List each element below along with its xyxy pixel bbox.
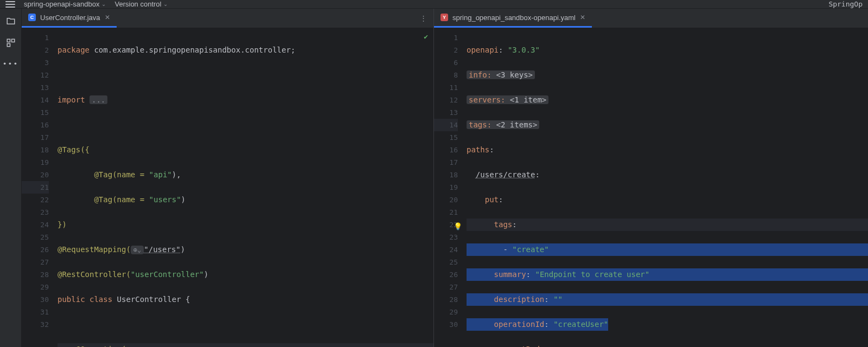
code-token: <1 item> <box>510 95 546 104</box>
code-token: openapi <box>467 46 499 54</box>
line-number: 13 <box>434 106 458 119</box>
fold-placeholder[interactable]: servers: <1 item> <box>467 95 548 104</box>
code-token: "createUser" <box>553 320 608 329</box>
right-editor[interactable]: 1 2 6 8 11 12 13 14 15 16 17 18 19 20 21… <box>434 28 868 347</box>
code-token: @RestController( <box>58 270 131 279</box>
code-token: ), <box>172 170 181 179</box>
line-number: 18 <box>22 144 49 156</box>
line-number: 23 <box>434 231 458 243</box>
tab-actions-icon[interactable]: ⋮ <box>413 9 433 28</box>
code-token: UserController { <box>117 295 190 304</box>
line-number: 19 <box>22 156 49 169</box>
chevron-down-icon: ⌄ <box>101 1 106 7</box>
line-number: 30 <box>434 318 458 331</box>
run-config-name: SpringOp <box>828 0 863 8</box>
right-code-area[interactable]: openapi: "3.0.3" info: <3 keys> servers:… <box>462 28 868 347</box>
code-token: put <box>485 195 499 204</box>
left-tabbar: C UserController.java ✕ ⋮ <box>22 9 433 28</box>
fold-placeholder[interactable]: tags: <2 items> <box>467 120 539 129</box>
chevron-down-icon: ⌄ <box>163 1 168 7</box>
line-number: 1 <box>434 31 458 44</box>
vcs-menu[interactable]: Version control ⌄ <box>114 0 168 8</box>
line-number: 24 <box>22 219 49 231</box>
code-token: "create" <box>512 245 548 254</box>
code-token: description <box>494 295 545 304</box>
main-menu-icon[interactable] <box>5 1 15 8</box>
line-number: 6 <box>434 56 458 69</box>
editor-split: C UserController.java ✕ ⋮ ✔ 1 2 3 12 13 … <box>22 9 868 347</box>
top-toolbar: spring-openapi-sandbox ⌄ Version control… <box>0 0 868 9</box>
code-token: paths <box>467 145 489 154</box>
right-gutter[interactable]: 1 2 6 8 11 12 13 14 15 16 17 18 19 20 21… <box>434 28 462 347</box>
line-number: 20 <box>434 194 458 206</box>
close-icon[interactable]: ✕ <box>105 14 110 21</box>
line-number: 2 <box>434 44 458 56</box>
code-token: tags <box>494 220 513 229</box>
line-number: 25 <box>434 256 458 268</box>
line-number: 30 <box>22 293 49 306</box>
project-selector[interactable]: spring-openapi-sandbox ⌄ <box>24 0 106 8</box>
code-token: ) <box>181 245 185 254</box>
line-number: 28 <box>434 293 458 306</box>
code-token: /users/create <box>476 170 535 179</box>
code-token: "" <box>553 295 563 304</box>
svg-rect-1 <box>11 39 14 42</box>
line-number: 16 <box>22 119 49 131</box>
line-number: 19 <box>434 181 458 194</box>
project-tool-icon[interactable] <box>6 16 16 26</box>
tab-openapi-yaml[interactable]: Y spring_openapi_sandbox-openapi.yaml ✕ <box>434 9 592 28</box>
structure-tool-icon[interactable] <box>6 38 16 48</box>
line-number: 26 <box>434 268 458 281</box>
left-code-area[interactable]: package com.example.springopenapisandbox… <box>53 28 433 347</box>
code-token: @Tags({ <box>58 145 90 154</box>
line-number: 22 <box>22 194 49 206</box>
line-number: 25 <box>22 231 49 243</box>
right-tabbar: Y spring_openapi_sandbox-openapi.yaml ✕ <box>434 9 868 28</box>
line-number: 13 <box>22 81 49 94</box>
fold-placeholder[interactable]: ... <box>90 95 107 104</box>
svg-rect-0 <box>7 39 10 42</box>
code-token: ) <box>181 195 186 204</box>
code-token: tags: <box>469 120 496 129</box>
line-number: 29 <box>434 306 458 318</box>
line-number: 23 <box>22 206 49 219</box>
vcs-label: Version control <box>114 0 161 8</box>
line-number: 24 <box>434 243 458 256</box>
line-number: 31 <box>22 306 49 318</box>
code-token: summary <box>494 270 526 279</box>
more-tool-icon[interactable]: ••• <box>3 60 18 68</box>
line-number: 32 <box>22 318 49 331</box>
java-file-icon: C <box>28 14 36 21</box>
line-number: 1 <box>22 31 49 44</box>
yaml-file-icon: Y <box>441 14 448 21</box>
code-token: @RequestMapping( <box>58 245 131 254</box>
left-gutter[interactable]: 1 2 3 12 13 14 15 16 17 18 19 20 21 22 2… <box>22 28 53 347</box>
code-token: operationId <box>494 320 545 329</box>
left-editor-pane: C UserController.java ✕ ⋮ ✔ 1 2 3 12 13 … <box>22 9 434 347</box>
fold-placeholder[interactable]: info: <3 keys> <box>467 70 535 79</box>
close-icon[interactable]: ✕ <box>580 14 585 21</box>
line-number: 8 <box>434 69 458 81</box>
intention-bulb-icon[interactable]: 💡 <box>454 220 462 233</box>
code-token: <2 items> <box>496 120 538 129</box>
line-number: 12 <box>22 69 49 81</box>
line-number: 3 <box>22 56 49 69</box>
line-number: 2 <box>22 44 49 56</box>
code-token: requestBody <box>494 345 545 347</box>
svg-rect-2 <box>7 44 10 47</box>
code-token: @Operation( <box>76 345 126 347</box>
left-editor[interactable]: ✔ 1 2 3 12 13 14 15 16 17 18 19 20 21 22 <box>22 28 433 347</box>
line-number: 29 <box>22 281 49 293</box>
code-token: "Endpoint to create user" <box>535 270 649 279</box>
code-token: "/users" <box>144 245 180 254</box>
code-token: import <box>58 95 90 104</box>
project-name: spring-openapi-sandbox <box>24 0 99 8</box>
line-number: 16 <box>434 144 458 156</box>
tab-usercontroller[interactable]: C UserController.java ✕ <box>22 9 117 28</box>
inlay-hint-icon[interactable]: ⊕⌄ <box>131 246 144 254</box>
code-token: servers: <box>469 95 510 104</box>
code-token: package <box>58 46 94 54</box>
line-number: 27 <box>434 281 458 293</box>
code-token: com.example.springopenapisandbox.control… <box>94 46 290 54</box>
code-token: "userController" <box>131 270 204 279</box>
